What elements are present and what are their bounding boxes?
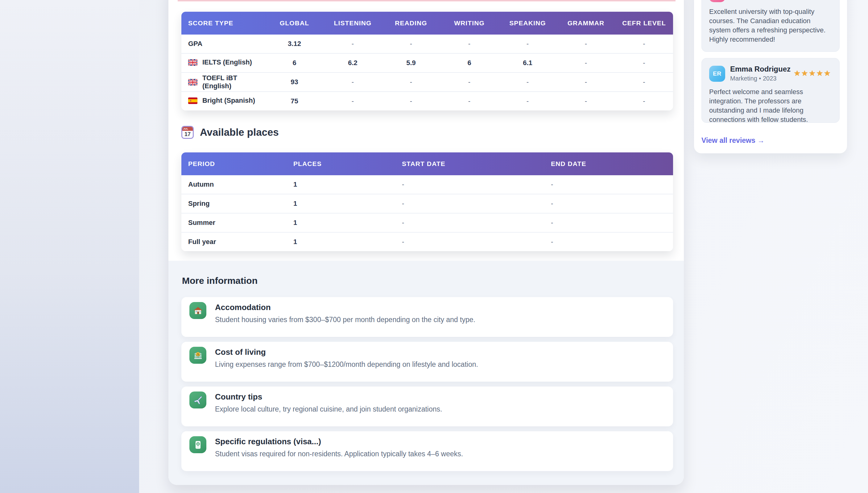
places-cell: Summer [181, 213, 286, 232]
places-cell: - [395, 213, 544, 232]
passport-icon [189, 436, 207, 453]
score-cell: - [498, 35, 557, 53]
score-column-header: GLOBAL [265, 12, 324, 35]
score-column-header: READING [382, 12, 440, 35]
info-card-description: Explore local culture, try regional cuis… [215, 405, 442, 413]
score-cell: - [440, 92, 498, 110]
score-type-label: Bright (Spanish) [188, 97, 255, 105]
info-card-accomodation[interactable]: AccomodationStudent housing varies from … [181, 297, 673, 337]
uk-flag-icon [188, 79, 197, 85]
svg-text:$: $ [197, 352, 199, 356]
places-cell: - [395, 175, 544, 194]
score-cell: 6.1 [498, 53, 557, 72]
calendar-icon-day: 17 [182, 131, 193, 138]
score-cell: - [324, 35, 382, 53]
section-divider-line [178, 0, 675, 2]
available-places-heading: JUL 17 Available places [181, 126, 279, 139]
score-cell: - [557, 92, 615, 110]
spain-flag-icon [188, 98, 197, 104]
score-cell: - [324, 72, 382, 92]
score-cell: - [615, 72, 673, 92]
places-column-header: PERIOD [181, 152, 286, 175]
score-table-row: Bright (Spanish)75------ [181, 92, 673, 110]
reviewer-name: Emma Rodriguez [730, 65, 790, 73]
star-rating: ★★★★★ [794, 69, 831, 78]
spain-flag-icon [188, 98, 197, 104]
info-card-description: Student visas required for non-residents… [215, 450, 463, 458]
score-cell: - [382, 72, 440, 92]
score-type-label: GPA [188, 40, 202, 48]
more-information-title: More information [182, 276, 258, 286]
info-card-list: AccomodationStudent housing varies from … [181, 297, 673, 476]
info-card-title: Accomodation [215, 303, 475, 312]
score-cell: 75 [265, 92, 324, 110]
score-cell: - [498, 92, 557, 110]
uk-flag-icon [188, 79, 197, 85]
score-cell: - [440, 72, 498, 92]
places-cell: 1 [286, 213, 395, 232]
uk-flag-icon [188, 59, 197, 66]
avatar [709, 0, 725, 2]
more-information-section: More information AccomodationStudent hou… [168, 261, 684, 485]
score-cell: - [498, 72, 557, 92]
score-cell: - [324, 92, 382, 110]
score-cell: - [557, 35, 615, 53]
places-table-row: Spring1-- [181, 194, 673, 213]
score-type-label: IELTS (English) [188, 58, 252, 66]
score-column-header: LISTENING [324, 12, 382, 35]
places-cell: Autumn [181, 175, 286, 194]
score-cell: - [615, 92, 673, 110]
score-column-header: SPEAKING [498, 12, 557, 35]
places-cell: - [544, 213, 673, 232]
review-card-partial: Excellent university with top-quality co… [701, 0, 840, 52]
score-cell: 5.9 [382, 53, 440, 72]
uk-flag-icon [188, 59, 197, 66]
score-table-header-row: SCORE TYPEGLOBALLISTENINGREADINGWRITINGS… [181, 12, 673, 35]
info-card-description: Student housing varies from $300–$700 pe… [215, 315, 475, 324]
score-cell: - [557, 53, 615, 72]
places-table-row: Full year1-- [181, 232, 673, 251]
score-table-row: TOEFL iBT (English)93------ [181, 72, 673, 92]
places-cell: - [395, 232, 544, 251]
places-cell: Spring [181, 194, 286, 213]
score-cell: 6.2 [324, 53, 382, 72]
info-card-description: Living expenses range from $700–$1200/mo… [215, 360, 478, 369]
places-cell: 1 [286, 194, 395, 213]
places-column-header: END DATE [544, 152, 673, 175]
places-table-row: Summer1-- [181, 213, 673, 232]
house-icon [189, 302, 207, 319]
score-table-row: GPA3.12------ [181, 35, 673, 53]
score-type-label: TOEFL iBT (English) [188, 74, 265, 90]
score-cell: 93 [265, 72, 324, 92]
score-column-header: CEFR LEVEL [615, 12, 673, 35]
info-card-country-tips[interactable]: Country tipsExplore local culture, try r… [181, 387, 673, 426]
score-cell: - [382, 35, 440, 53]
score-table-row: IELTS (English)66.25.966.1-- [181, 53, 673, 72]
airplane-icon [189, 391, 207, 408]
places-column-header: PLACES [286, 152, 395, 175]
places-cell: 1 [286, 175, 395, 194]
info-card-title: Country tips [215, 392, 442, 401]
reviewer-meta: Marketing • 2023 [730, 75, 776, 82]
info-card-title: Cost of living [215, 347, 478, 357]
score-cell: - [440, 35, 498, 53]
view-all-reviews-link[interactable]: View all reviews → [701, 136, 764, 145]
score-cell: - [557, 72, 615, 92]
bank-icon: $ [189, 347, 207, 364]
avatar: ER [709, 66, 725, 82]
score-cell: 3.12 [265, 35, 324, 53]
reviews-sidebar-card: Excellent university with top-quality co… [694, 0, 847, 153]
review-text: Perfect welcome and seamless integration… [709, 87, 833, 124]
score-column-header: WRITING [440, 12, 498, 35]
score-column-header: SCORE TYPE [181, 12, 265, 35]
places-table: PERIODPLACESSTART DATEEND DATE Autumn1--… [181, 152, 673, 251]
info-card-specific-regulations-visa[interactable]: Specific regulations (visa...)Student vi… [181, 431, 673, 471]
calendar-icon-month: JUL [182, 127, 193, 131]
places-cell: 1 [286, 232, 395, 251]
review-card: ER Emma Rodriguez Marketing • 2023 ★★★★★… [701, 58, 840, 123]
places-cell: Full year [181, 232, 286, 251]
score-cell: - [615, 53, 673, 72]
info-card-cost-of-living[interactable]: $Cost of livingLiving expenses range fro… [181, 342, 673, 382]
score-cell: 6 [265, 53, 324, 72]
review-text: Excellent university with top-quality co… [709, 7, 833, 44]
